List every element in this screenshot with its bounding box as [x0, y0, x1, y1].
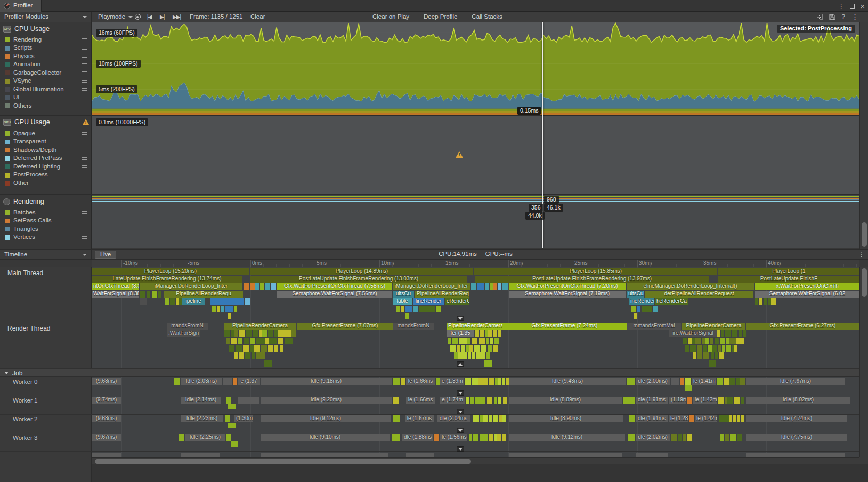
timeline-bar[interactable]: Idle (9.20ms): [261, 397, 392, 404]
timeline-bar[interactable]: [243, 345, 249, 352]
timeline-bar[interactable]: [636, 453, 668, 457]
timeline-bar[interactable]: [217, 306, 220, 312]
timeline-bar[interactable]: Idle (8.90ms): [509, 415, 623, 422]
timeline-bar[interactable]: [689, 415, 694, 422]
timeline-bar[interactable]: [466, 345, 469, 352]
timeline-bar[interactable]: [718, 345, 721, 352]
timeline-bar[interactable]: [729, 378, 735, 385]
timeline-bar[interactable]: (1.30m: [234, 415, 253, 422]
timeline-bar[interactable]: [730, 434, 736, 441]
timeline-bar[interactable]: [719, 352, 724, 359]
timeline-bar[interactable]: [260, 283, 264, 290]
timeline-scrollbar-thumb[interactable]: [862, 268, 867, 297]
timeline-bar[interactable]: [147, 291, 150, 298]
timeline-bar[interactable]: [466, 397, 469, 404]
timeline-bar[interactable]: [165, 298, 169, 305]
timeline-bar[interactable]: [711, 352, 714, 359]
timeline-bar[interactable]: elineManager.DoRenderLoop_Internal(): [627, 283, 754, 290]
playmode-dropdown[interactable]: Playmode: [94, 12, 137, 22]
timeline-bar[interactable]: [732, 330, 737, 337]
timeline-bar[interactable]: [687, 397, 692, 404]
timeline-bar[interactable]: [231, 338, 237, 344]
timeline-bar[interactable]: [278, 330, 282, 337]
timeline-bar[interactable]: [264, 360, 272, 367]
timeline-bar[interactable]: [725, 330, 731, 337]
legend-item[interactable]: Vertices: [5, 234, 87, 242]
timeline-bar[interactable]: [771, 298, 776, 305]
timeline-bar[interactable]: [239, 352, 244, 359]
timeline-bar[interactable]: mandsFromN: [393, 323, 434, 330]
timeline-bar[interactable]: [436, 306, 441, 312]
legend-drag-handle-icon[interactable]: [82, 105, 87, 107]
timeline-bar[interactable]: (1.19m: [669, 397, 686, 404]
timeline-bar[interactable]: [478, 378, 481, 385]
timeline-bar[interactable]: [285, 338, 288, 344]
legend-drag-handle-icon[interactable]: [82, 97, 87, 99]
module-header[interactable]: Rendering: [3, 197, 90, 206]
timeline-bar[interactable]: [473, 415, 479, 422]
timeline-bar[interactable]: heRenderCa: [655, 298, 688, 305]
maximize-icon[interactable]: [850, 4, 855, 9]
timeline-bar[interactable]: [265, 338, 269, 344]
timeline-bar[interactable]: [158, 291, 161, 298]
timeline-bar[interactable]: [458, 352, 463, 359]
timeline-bar[interactable]: [238, 397, 259, 404]
legend-drag-handle-icon[interactable]: [82, 174, 87, 176]
legend-drag-handle-icon[interactable]: [82, 228, 87, 230]
timeline-bar[interactable]: [268, 330, 273, 337]
timeline-bar[interactable]: [725, 434, 729, 441]
timeline-bar[interactable]: (9.68ms): [92, 415, 121, 422]
timeline-bar[interactable]: [729, 338, 736, 344]
timeline-bar[interactable]: [405, 306, 412, 312]
timeline-bar[interactable]: [634, 313, 637, 319]
timeline-bar[interactable]: dle (2.00ms): [636, 378, 670, 385]
timeline-bar[interactable]: [255, 283, 259, 290]
timeline-bar[interactable]: [495, 378, 498, 385]
timeline-bar[interactable]: [450, 345, 456, 352]
timeline-bar[interactable]: PipelineAllRenderRequ: [415, 291, 469, 298]
timeline-bar[interactable]: [480, 330, 484, 337]
timeline-kebab-menu-icon[interactable]: ⋮: [858, 251, 865, 258]
timeline-bar[interactable]: derPipelineAllRenderRequest: [645, 291, 753, 298]
timeline-bar[interactable]: ultsCull: [627, 291, 644, 298]
timeline-bar[interactable]: e (1.37: [238, 378, 260, 385]
timeline-bar[interactable]: [245, 298, 250, 305]
next-frame-button[interactable]: ▶|: [158, 12, 166, 22]
timeline-bar[interactable]: [479, 338, 485, 344]
timeline-bar[interactable]: [92, 453, 121, 457]
timeline-bar[interactable]: [291, 330, 296, 337]
timeline-bar[interactable]: [477, 283, 483, 290]
timeline-bar[interactable]: [743, 330, 746, 337]
timeline-bar[interactable]: [710, 338, 713, 344]
timeline-bar[interactable]: Idle (9.43ms): [509, 378, 626, 385]
timeline-bar[interactable]: [722, 345, 725, 352]
call-stacks-toggle[interactable]: Call Stacks: [466, 12, 508, 22]
timeline-bar[interactable]: [396, 306, 400, 312]
timeline-bar[interactable]: [471, 283, 476, 290]
charts-vertical-scrollbar[interactable]: [859, 22, 868, 249]
module-header[interactable]: GPUGPU Usage: [3, 118, 90, 126]
timeline-bar[interactable]: [481, 378, 488, 385]
timeline-bar[interactable]: [228, 313, 231, 319]
timeline-view-dropdown[interactable]: Timeline: [0, 250, 92, 260]
legend-drag-handle-icon[interactable]: [82, 38, 87, 41]
timeline-bar[interactable]: Gfx.PresentFrame (6.27ms): [746, 323, 859, 330]
timeline-bar[interactable]: dle (1.88ms: [402, 434, 433, 441]
timeline-bar[interactable]: [223, 378, 232, 385]
timeline-bar[interactable]: [502, 283, 508, 290]
legend-drag-handle-icon[interactable]: [82, 71, 87, 74]
timeline-bar[interactable]: Gfx.WaitForPresentOnGfxThread (7.20ms): [509, 283, 626, 290]
timeline-bar[interactable]: (9.67ms): [92, 434, 121, 441]
timeline-bar[interactable]: PipelineRenderCamera: [682, 323, 745, 330]
timeline-bar[interactable]: [405, 313, 409, 319]
timeline-bar[interactable]: le (1.42m: [695, 415, 717, 422]
timeline-bar[interactable]: [228, 423, 236, 428]
timeline-bar[interactable]: [671, 378, 679, 385]
timeline-bar[interactable]: [493, 330, 497, 337]
gpu-usage-chart[interactable]: 0.1ms (10000FPS): [92, 116, 859, 194]
timeline-bar[interactable]: Semaphore.WaitForSignal (7.56ms): [277, 291, 392, 298]
timeline-bar[interactable]: [273, 338, 277, 344]
timeline-bar[interactable]: [262, 352, 265, 359]
timeline-bar[interactable]: [406, 453, 434, 457]
timeline-bar[interactable]: ultsCu: [393, 291, 414, 298]
